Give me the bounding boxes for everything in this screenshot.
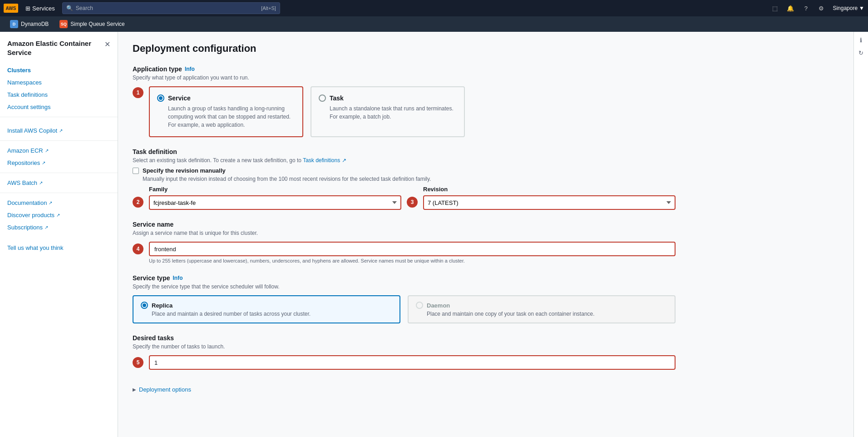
- search-bar[interactable]: 🔍 Search [Alt+S]: [62, 2, 280, 14]
- sidebar-item-discover-products[interactable]: Discover products ↗: [0, 209, 118, 221]
- search-icon: 🔍: [66, 5, 73, 11]
- sidebar-navigation: Clusters Namespaces Task definitions Acc…: [0, 64, 118, 113]
- sqs-label: Simple Queue Service: [70, 21, 124, 27]
- sidebar-item-aws-batch[interactable]: AWS Batch ↗: [0, 177, 118, 189]
- grid-icon: ⊞: [25, 5, 30, 12]
- desired-tasks-input[interactable]: [149, 355, 676, 370]
- services-label: Services: [32, 5, 55, 12]
- service-radio-button[interactable]: [157, 94, 164, 102]
- task-radio-row: Task: [319, 94, 457, 102]
- deployment-options-row[interactable]: ▶ Deployment options: [133, 381, 676, 393]
- sidebar-footer: Tell us what you think: [0, 233, 118, 255]
- revision-group: Revision 7 (LATEST)654321: [423, 186, 676, 210]
- desired-tasks-section: Desired tasks Specify the number of task…: [133, 334, 676, 370]
- sidebar-item-documentation[interactable]: Documentation ↗: [0, 197, 118, 209]
- terminal-icon[interactable]: ⬚: [771, 4, 779, 12]
- replica-desc: Place and maintain a desired number of t…: [141, 311, 392, 317]
- step-badge-4: 4: [133, 243, 143, 254]
- family-select[interactable]: fcjresbar-task-fe: [149, 195, 401, 210]
- search-shortcut: [Alt+S]: [261, 5, 276, 11]
- external-link-icon-batch: ↗: [39, 180, 43, 185]
- daemon-label: Daemon: [427, 302, 450, 309]
- external-link-icon: ↗: [59, 128, 63, 133]
- service-radio-row: Service: [157, 94, 295, 102]
- desired-tasks-input-row: 5: [133, 355, 676, 370]
- documentation-label: Documentation: [7, 199, 47, 206]
- sub-navigation: D DynamoDB SQ Simple Queue Service: [0, 16, 868, 32]
- sidebar-item-subscriptions[interactable]: Subscriptions ↗: [0, 221, 118, 233]
- sidebar: Amazon Elastic Container Service ✕ Clust…: [0, 32, 118, 437]
- external-link-icon-repos: ↗: [42, 160, 45, 165]
- sidebar-item-amazon-ecr[interactable]: Amazon ECR ↗: [0, 144, 118, 157]
- family-group-outer: 2 Family fcjresbar-task-fe: [133, 186, 401, 210]
- region-selector[interactable]: Singapore ▼: [833, 5, 864, 11]
- main-layout: Amazon Elastic Container Service ✕ Clust…: [0, 32, 868, 437]
- sidebar-header: Amazon Elastic Container Service ✕: [0, 39, 118, 64]
- sidebar-item-clusters[interactable]: Clusters: [0, 64, 118, 76]
- service-name-section-label: Service name: [133, 221, 676, 228]
- specify-revision-desc: Manually input the revision instead of c…: [133, 176, 676, 182]
- task-radio-button[interactable]: [319, 94, 326, 102]
- service-name-note: Up to 255 letters (uppercase and lowerca…: [149, 258, 676, 263]
- family-label: Family: [149, 186, 401, 193]
- chevron-down-icon: ▼: [859, 5, 864, 11]
- application-type-row: 1 Service Launch a group of tasks handli…: [133, 86, 676, 137]
- service-type-info-link[interactable]: Info: [173, 275, 183, 281]
- replica-radio-button[interactable]: [141, 302, 148, 309]
- replica-radio-row: Replica: [141, 302, 392, 309]
- service-name-section: Service name Assign a service name that …: [133, 221, 676, 263]
- revision-select[interactable]: 7 (LATEST)654321: [423, 195, 676, 210]
- external-link-icon-subs: ↗: [44, 225, 48, 230]
- service-name-input[interactable]: [149, 242, 676, 256]
- step-badge-1: 1: [133, 87, 143, 98]
- service-radio-label: Service: [168, 94, 191, 102]
- content-inner: Deployment configuration Application typ…: [118, 32, 690, 404]
- tell-us-link[interactable]: Tell us what you think: [7, 244, 110, 251]
- services-menu-button[interactable]: ⊞ Services: [22, 3, 59, 14]
- task-def-desc: Select an existing task definition. To c…: [133, 157, 676, 164]
- app-type-options: Service Launch a group of tasks handling…: [149, 86, 465, 137]
- main-content: Deployment configuration Application typ…: [118, 32, 853, 437]
- task-definitions-link[interactable]: Task definitions: [303, 157, 340, 164]
- bell-icon[interactable]: 🔔: [786, 4, 794, 12]
- dynamodb-label: DynamoDB: [21, 21, 49, 27]
- info-icon[interactable]: ℹ: [857, 35, 866, 45]
- specify-revision-checkbox[interactable]: [133, 168, 139, 174]
- replica-card[interactable]: Replica Place and maintain a desired num…: [133, 295, 400, 323]
- step-badge-3: 3: [407, 197, 418, 208]
- sidebar-item-repositories[interactable]: Repositories ↗: [0, 157, 118, 169]
- external-link-icon-discover: ↗: [56, 213, 60, 218]
- subnav-dynamodb[interactable]: D DynamoDB: [5, 18, 53, 30]
- subscriptions-label: Subscriptions: [7, 224, 43, 231]
- task-radio-label: Task: [330, 94, 344, 102]
- application-type-info-link[interactable]: Info: [185, 66, 195, 72]
- nav-right-actions: ⬚ 🔔 ? ⚙ Singapore ▼: [771, 4, 864, 12]
- sidebar-item-namespaces[interactable]: Namespaces: [0, 76, 118, 89]
- deployment-options-label: Deployment options: [139, 386, 191, 393]
- aws-logo: AWS: [4, 4, 18, 13]
- step-badge-2: 2: [133, 197, 143, 208]
- right-side-panel: ℹ ↻: [853, 32, 868, 437]
- application-type-label: Application type Info: [133, 65, 676, 73]
- app-type-task-card[interactable]: Task Launch a standalone task that runs …: [311, 86, 465, 137]
- sidebar-item-install-copilot[interactable]: Install AWS Copilot ↗: [0, 124, 118, 137]
- triangle-icon: ▶: [133, 387, 136, 392]
- search-placeholder: Search: [76, 5, 93, 11]
- external-link-icon-ecr: ↗: [45, 148, 49, 153]
- app-type-service-card[interactable]: Service Launch a group of tasks handling…: [149, 86, 303, 137]
- help-icon[interactable]: ?: [802, 4, 810, 12]
- external-link-icon-docs: ↗: [49, 200, 52, 205]
- task-def-header: Task definition Select an existing task …: [133, 148, 676, 182]
- feedback-icon[interactable]: ↻: [857, 48, 866, 57]
- sidebar-item-task-definitions[interactable]: Task definitions: [0, 89, 118, 101]
- external-icon: ↗: [342, 157, 346, 164]
- settings-icon[interactable]: ⚙: [817, 4, 825, 12]
- subnav-sqs[interactable]: SQ Simple Queue Service: [55, 18, 129, 30]
- service-name-field-group: Up to 255 letters (uppercase and lowerca…: [149, 242, 676, 263]
- sidebar-item-account-settings[interactable]: Account settings: [0, 101, 118, 113]
- daemon-radio-row: Daemon: [416, 302, 667, 309]
- sidebar-close-button[interactable]: ✕: [104, 40, 110, 49]
- revision-label: Revision: [423, 186, 676, 193]
- repositories-label: Repositories: [7, 159, 40, 166]
- desired-tasks-desc: Specify the number of tasks to launch.: [133, 343, 676, 350]
